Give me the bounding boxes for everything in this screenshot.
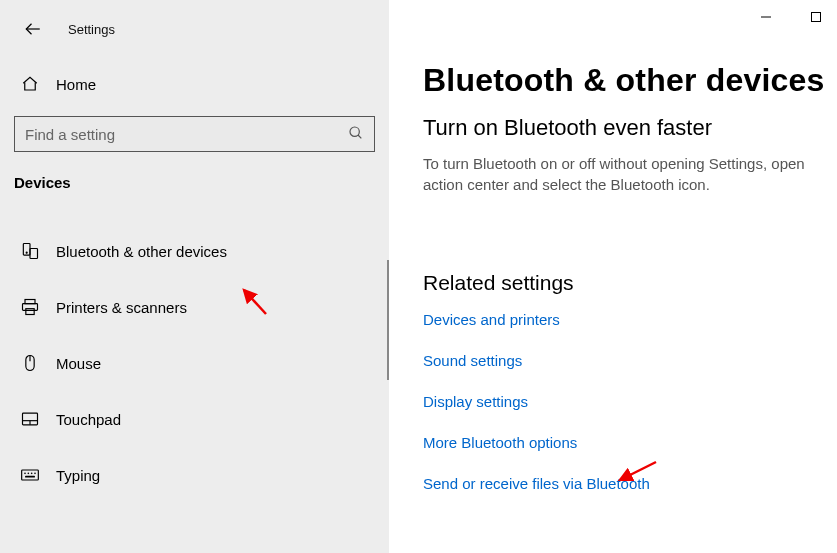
touchpad-icon <box>18 409 42 429</box>
svg-point-1 <box>350 127 359 136</box>
sidebar-item-home[interactable]: Home <box>0 66 389 102</box>
sidebar-item-label: Printers & scanners <box>56 299 187 316</box>
minimize-button[interactable] <box>759 10 773 24</box>
page-title: Bluetooth & other devices <box>423 62 837 99</box>
svg-rect-8 <box>26 309 34 315</box>
sidebar-item-printers[interactable]: Printers & scanners <box>0 279 389 335</box>
page-subtitle: Turn on Bluetooth even faster <box>423 115 837 141</box>
sidebar-item-typing[interactable]: Typing <box>0 447 389 503</box>
search-box[interactable] <box>14 116 375 152</box>
link-display-settings[interactable]: Display settings <box>423 393 837 410</box>
link-sound-settings[interactable]: Sound settings <box>423 352 837 369</box>
home-icon <box>18 75 42 93</box>
content-pane: Bluetooth & other devices Turn on Blueto… <box>389 0 837 553</box>
link-more-bluetooth-options[interactable]: More Bluetooth options <box>423 434 837 451</box>
svg-rect-4 <box>30 249 38 259</box>
svg-rect-14 <box>22 470 39 480</box>
link-devices-and-printers[interactable]: Devices and printers <box>423 311 837 328</box>
sidebar-item-bluetooth[interactable]: Bluetooth & other devices <box>0 223 389 279</box>
search-icon[interactable] <box>348 125 364 144</box>
sidebar-item-mouse[interactable]: Mouse <box>0 335 389 391</box>
svg-rect-6 <box>25 300 35 304</box>
sidebar-item-label: Mouse <box>56 355 101 372</box>
home-label: Home <box>56 76 96 93</box>
related-links: Devices and printers Sound settings Disp… <box>423 311 837 492</box>
sidebar-item-label: Bluetooth & other devices <box>56 243 227 260</box>
page-body-text: To turn Bluetooth on or off without open… <box>423 153 823 195</box>
maximize-button[interactable] <box>809 10 823 24</box>
section-header-devices: Devices <box>0 174 389 191</box>
link-send-receive-bluetooth[interactable]: Send or receive files via Bluetooth <box>423 475 837 492</box>
window-controls <box>759 10 823 24</box>
sidebar-item-touchpad[interactable]: Touchpad <box>0 391 389 447</box>
search-input[interactable] <box>25 126 348 143</box>
sidebar-item-label: Touchpad <box>56 411 121 428</box>
app-title: Settings <box>68 22 115 37</box>
related-settings-header: Related settings <box>423 271 837 295</box>
svg-line-2 <box>358 135 361 138</box>
sidebar: Settings Home Devices <box>0 0 389 553</box>
settings-window: Settings Home Devices <box>0 0 837 553</box>
svg-point-5 <box>26 252 27 253</box>
svg-rect-21 <box>812 13 821 22</box>
keyboard-icon <box>18 465 42 485</box>
mouse-icon <box>18 353 42 373</box>
sidebar-item-label: Typing <box>56 467 100 484</box>
back-icon[interactable] <box>24 20 42 38</box>
printer-icon <box>18 297 42 317</box>
svg-rect-7 <box>23 304 38 311</box>
bluetooth-devices-icon <box>18 241 42 261</box>
